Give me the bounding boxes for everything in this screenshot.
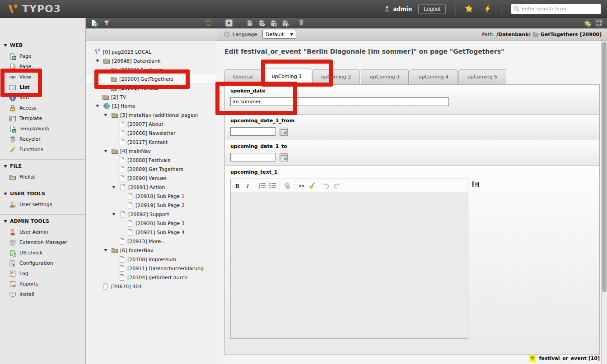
sidebar-item-install[interactable]: Install xyxy=(0,289,85,299)
broom-icon[interactable] xyxy=(308,182,316,189)
tree-item-20899-festivals[interactable]: [20899] Festivals xyxy=(86,65,217,74)
tree-item-20920-sub-page-3[interactable]: [20920] Sub Page 3 xyxy=(86,219,217,228)
scrollbar-thumb[interactable] xyxy=(602,42,607,292)
sidebar-item-list[interactable]: List xyxy=(0,82,85,92)
redo-icon[interactable] xyxy=(333,182,341,189)
sidebar-item-configuration[interactable]: Configuration xyxy=(0,258,85,268)
tab-upcoming-4[interactable]: upComing 4 xyxy=(410,69,458,84)
sidebar-item-view[interactable]: View xyxy=(0,72,85,82)
sidebar-item-template[interactable]: Template xyxy=(0,113,85,124)
sidebar-item-extension-manager[interactable]: Extension Manager xyxy=(0,237,85,248)
language-select[interactable]: Default▼ xyxy=(262,30,296,39)
sidebar-item-templavoil[interactable]: TVTemplaVoilà xyxy=(0,124,85,134)
refresh-icon[interactable] xyxy=(205,19,212,27)
italic-icon[interactable]: I xyxy=(244,182,252,189)
tree-expand-icon[interactable] xyxy=(104,249,109,252)
tree-item-20648-datenbank[interactable]: [20648] Datenbank xyxy=(86,56,217,65)
date-picker-button[interactable] xyxy=(280,128,288,136)
rte-content-area[interactable] xyxy=(231,192,468,338)
sidebar-item-db-check[interactable]: DB check xyxy=(0,248,85,258)
save-view-icon[interactable] xyxy=(258,19,265,27)
tab-upcoming-3[interactable]: upComing 3 xyxy=(361,69,409,84)
sidebar-item-access[interactable]: Access xyxy=(0,103,85,113)
tree-item-4-mainnav[interactable]: [4] mainNav xyxy=(86,147,217,156)
tree-item-20907-about[interactable]: [20907] About xyxy=(86,120,217,129)
save-close-icon[interactable] xyxy=(270,19,277,27)
module-section-header-file[interactable]: FILE xyxy=(0,161,85,172)
module-section-header-admin-tools[interactable]: ADMIN TOOLS xyxy=(0,217,85,227)
sidebar-item-log[interactable]: Log xyxy=(0,268,85,279)
save-new-icon[interactable] xyxy=(281,19,289,27)
trash-icon[interactable] xyxy=(298,19,305,26)
sidebar-item-reports[interactable]: Reports xyxy=(0,279,85,289)
undo-icon[interactable] xyxy=(322,182,330,189)
tree-expand-icon[interactable] xyxy=(104,150,109,152)
tree-item-20900-gettogethers[interactable]: [20900] GetTogethers xyxy=(86,74,217,83)
bookmark-star-icon[interactable] xyxy=(465,5,473,13)
tab-upcoming-5[interactable]: upComing 5 xyxy=(458,69,506,84)
expand-icon[interactable] xyxy=(595,19,602,27)
bold-icon[interactable]: B xyxy=(233,182,241,189)
tree-expand-icon[interactable] xyxy=(104,114,109,116)
tree-item-20666-newsletter[interactable]: [20666] Newsletter xyxy=(86,129,217,138)
spoken-date-input[interactable] xyxy=(230,97,449,106)
module-section-header-user-tools[interactable]: USER TOOLS xyxy=(0,189,85,199)
tree-item-20919-sub-page-2[interactable]: [20919] Sub Page 2 xyxy=(86,201,217,210)
tree-item-20901-venues[interactable]: [20901] Venues xyxy=(86,83,217,92)
source-icon[interactable]: <> xyxy=(298,182,305,189)
tree-item-0-pag2023-local[interactable]: [0] pag2023 LOCAL xyxy=(86,47,217,56)
tree-item-20911-datenschutzerkl-rung[interactable]: [20911] Datenschutzerklärung xyxy=(86,264,217,273)
clear-cache-bolt-icon[interactable] xyxy=(483,5,492,13)
tree-item-20670-404[interactable]: [20670] 404 xyxy=(86,282,217,291)
bookmark-add-icon[interactable] xyxy=(584,19,591,27)
sidebar-item-page[interactable]: Page xyxy=(0,61,85,72)
close-icon[interactable] xyxy=(225,19,233,27)
tree-expand-icon[interactable] xyxy=(96,60,101,62)
sidebar-item-info[interactable]: Info xyxy=(0,92,85,103)
tree-item-6-footernav[interactable]: [6] footerNav xyxy=(86,246,217,255)
rte-separator xyxy=(318,181,320,189)
tab-upcoming-1[interactable]: upComing 1 xyxy=(262,69,311,84)
new-page-icon[interactable] xyxy=(90,19,98,27)
sidebar-item-user-admin[interactable]: User Admin xyxy=(0,227,85,237)
tab-general[interactable]: General xyxy=(224,69,261,84)
ol-icon[interactable]: 123 xyxy=(258,182,266,189)
tree-expand-icon[interactable] xyxy=(112,186,117,189)
sidebar-item-page[interactable]: TVPage xyxy=(0,51,85,61)
sidebar-item-recycler[interactable]: Recycler xyxy=(0,134,85,144)
tree-item-20892-support[interactable]: [20892] Support xyxy=(86,210,217,219)
folder-icon xyxy=(111,111,118,119)
sidebar-item-user-settings[interactable]: User settings xyxy=(0,199,85,210)
module-section-header-web[interactable]: WEB xyxy=(0,41,85,51)
date-picker-button[interactable] xyxy=(280,153,288,161)
tree-item-20889-get-togethers[interactable]: [20889] Get Togethers xyxy=(86,165,217,174)
logout-button[interactable]: Logout xyxy=(418,4,446,14)
tree-item-20890-venues[interactable]: [20890] Venues xyxy=(86,174,217,183)
tree-item-20921-sub-page-4[interactable]: [20921] Sub Page 4 xyxy=(86,228,217,237)
tree-item-20918-sub-page-1[interactable]: [20918] Sub Page 1 xyxy=(86,192,217,201)
tree-expand-icon[interactable] xyxy=(112,213,117,216)
date-to-input[interactable] xyxy=(230,153,275,161)
tree-item-1-home[interactable]: [1] Home xyxy=(86,101,217,111)
tree-expand-icon[interactable] xyxy=(96,105,101,107)
scrollbar xyxy=(601,41,607,364)
search-input[interactable] xyxy=(522,6,594,12)
tree-item-20117-kontakt[interactable]: [20117] Kontakt xyxy=(86,138,217,147)
tab-upcoming-2[interactable]: upComing 2 xyxy=(312,69,360,84)
tree-item-3-metanav-additional-pages[interactable]: [3] metaNav (additional pages) xyxy=(86,111,217,120)
tree-item-20888-festivals[interactable]: [20888] Festivals xyxy=(86,156,217,165)
tree-item-20913-more[interactable]: [20913] More... xyxy=(86,237,217,246)
link-icon[interactable] xyxy=(283,182,291,189)
ul-icon[interactable] xyxy=(269,182,276,189)
tree-item-20891-action[interactable]: [20891] Action xyxy=(86,183,217,192)
tree-item-20104-gef-rdert-durch[interactable]: [20104] gefördert durch xyxy=(86,273,217,282)
filter-icon[interactable] xyxy=(103,19,110,27)
sidebar-item-functions[interactable]: Functions xyxy=(0,144,85,155)
date-from-input[interactable] xyxy=(230,127,275,136)
rte-resize-icon[interactable] xyxy=(472,180,479,188)
sidebar-item-filelist[interactable]: Filelist xyxy=(0,172,85,182)
tree-item-2-tv[interactable]: [2] TV xyxy=(86,92,217,101)
tree-item-20108-impressum[interactable]: [20108] Impressum xyxy=(86,255,217,264)
folder-icon xyxy=(102,93,109,101)
save-icon[interactable] xyxy=(246,19,253,27)
